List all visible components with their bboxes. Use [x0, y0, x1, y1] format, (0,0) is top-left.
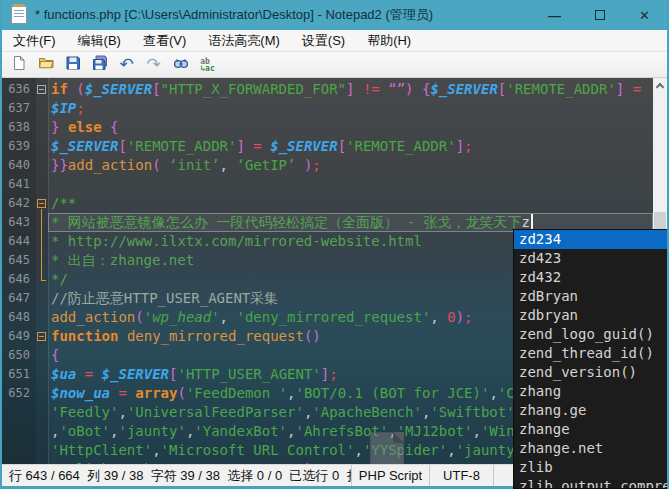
chevron-up-icon	[656, 83, 664, 91]
code-line-642[interactable]: 642/**	[2, 194, 653, 213]
fold-cell	[36, 156, 48, 175]
line-number: 646	[2, 270, 36, 289]
code-text: } else {	[48, 118, 653, 137]
fold-collapse-icon[interactable]	[37, 332, 46, 341]
fold-cell	[36, 422, 48, 441]
code-text: /**	[48, 194, 653, 213]
status-segment-0: 行 643 / 664 列 39 / 38 字符 39 / 38 选择 0 / …	[2, 465, 352, 486]
fold-cell	[36, 308, 48, 327]
autocomplete-item-zhange[interactable]: zhange	[514, 420, 669, 439]
line-number: 637	[2, 99, 36, 118]
code-text: $IP;	[48, 99, 653, 118]
find-button[interactable]	[168, 54, 193, 76]
autocomplete-item-zhange.net[interactable]: zhange.net	[514, 439, 669, 458]
fold-marker[interactable]	[36, 80, 48, 99]
fold-cell	[36, 384, 48, 403]
toolbar: ↶↷ab↳ac	[2, 52, 667, 78]
save-all-icon	[92, 55, 108, 75]
code-line-638[interactable]: 638} else {	[2, 118, 653, 137]
notepad2-window: * functions.php [C:\Users\Administrator\…	[0, 0, 669, 489]
close-button[interactable]: ✕	[622, 0, 667, 30]
code-line-639[interactable]: 639$_SERVER['REMOTE_ADDR'] = $_SERVER['R…	[2, 137, 653, 156]
autocomplete-item-zhang[interactable]: zhang	[514, 382, 669, 401]
replace-icon: ab↳ac	[200, 58, 214, 72]
fold-marker[interactable]	[36, 327, 48, 346]
text-caret	[531, 214, 533, 229]
fold-collapse-icon[interactable]	[37, 199, 46, 208]
line-number: 651	[2, 365, 36, 384]
autocomplete-item-zend_thread_id()[interactable]: zend_thread_id()	[514, 344, 669, 363]
line-number	[2, 403, 36, 422]
autocomplete-item-zend_version()[interactable]: zend_version()	[514, 363, 669, 382]
fold-marker	[36, 251, 48, 270]
minimize-button[interactable]: —	[532, 0, 577, 30]
line-number: 640	[2, 156, 36, 175]
maximize-icon	[595, 10, 605, 20]
redo-icon: ↷	[146, 56, 160, 74]
line-number: 652	[2, 384, 36, 403]
menu-item-5[interactable]: 帮助(H)	[356, 30, 422, 51]
code-text: }}add_action( ‘init’, ‘GetIP’ );	[48, 156, 653, 175]
fold-collapse-icon[interactable]	[37, 85, 46, 94]
open-file-button[interactable]	[33, 54, 58, 76]
line-number: 648	[2, 308, 36, 327]
line-number: 644	[2, 232, 36, 251]
fold-cell	[36, 403, 48, 422]
new-file-icon	[11, 55, 27, 75]
line-number: 641	[2, 175, 36, 194]
code-line-636[interactable]: 636if ($_SERVER["HTTP_X_FORWARDED_FOR"] …	[2, 80, 653, 99]
menu-item-1[interactable]: 编辑(B)	[67, 30, 132, 51]
save-icon	[65, 55, 81, 75]
autocomplete-item-zlib[interactable]: zlib	[514, 458, 669, 477]
menu-item-4[interactable]: 设置(S)	[291, 30, 356, 51]
line-number: 639	[2, 137, 36, 156]
line-number: 636	[2, 80, 36, 99]
code-line-640[interactable]: 640}}add_action( ‘init’, ‘GetIP’ );	[2, 156, 653, 175]
menu-item-3[interactable]: 语法高亮(M)	[197, 30, 291, 51]
code-line-641[interactable]: 641	[2, 175, 653, 194]
fold-marker[interactable]	[36, 194, 48, 213]
caption-buttons: — ✕	[532, 0, 667, 30]
save-button[interactable]	[60, 54, 85, 76]
autocomplete-item-zdBryan[interactable]: zdBryan	[514, 287, 669, 306]
menu-item-0[interactable]: 文件(F)	[2, 30, 67, 51]
code-line-637[interactable]: 637$IP;	[2, 99, 653, 118]
menu-item-2[interactable]: 查看(V)	[132, 30, 197, 51]
autocomplete-item-zdbryan[interactable]: zdbryan	[514, 306, 669, 325]
line-number: 642	[2, 194, 36, 213]
autocomplete-item-zhang.ge[interactable]: zhang.ge	[514, 401, 669, 420]
title-bar[interactable]: * functions.php [C:\Users\Administrator\…	[2, 0, 667, 30]
status-segment-1: PHP Script	[352, 465, 430, 486]
code-text: if ($_SERVER["HTTP_X_FORWARDED_FOR"] != …	[48, 80, 653, 99]
autocomplete-item-zd234[interactable]: zd234	[514, 230, 669, 249]
fold-cell	[36, 99, 48, 118]
menu-bar: 文件(F)编辑(B)查看(V)语法高亮(M)设置(S)帮助(H)	[2, 30, 667, 52]
replace-button[interactable]: ab↳ac	[195, 54, 220, 76]
autocomplete-popup: zd234zd423zd432zdBryanzdbryanzend_logo_g…	[513, 229, 669, 489]
open-file-icon	[38, 55, 54, 75]
fold-cell	[36, 289, 48, 308]
scroll-up-button[interactable]	[653, 78, 667, 93]
fold-cell	[36, 365, 48, 384]
line-number: 649	[2, 327, 36, 346]
line-number: 650	[2, 346, 36, 365]
find-icon	[173, 55, 189, 75]
autocomplete-item-zend_logo_guid()[interactable]: zend_logo_guid()	[514, 325, 669, 344]
fold-cell	[36, 346, 48, 365]
fold-cell	[36, 441, 48, 460]
autocomplete-item-zd423[interactable]: zd423	[514, 249, 669, 268]
maximize-button[interactable]	[577, 0, 622, 30]
fold-marker	[36, 213, 48, 232]
fold-marker	[36, 232, 48, 251]
line-number: 645	[2, 251, 36, 270]
autocomplete-item-zd432[interactable]: zd432	[514, 268, 669, 287]
fold-cell	[36, 118, 48, 137]
line-number: 647	[2, 289, 36, 308]
status-segment-2: UTF-8	[430, 465, 494, 486]
line-number: 643	[2, 213, 36, 232]
autocomplete-item-zlib.output_compress[interactable]: zlib.output_compress	[514, 477, 669, 489]
new-file-button[interactable]	[6, 54, 31, 76]
undo-button[interactable]: ↶	[114, 54, 139, 76]
save-all-button[interactable]	[87, 54, 112, 76]
redo-button[interactable]: ↷	[141, 54, 166, 76]
